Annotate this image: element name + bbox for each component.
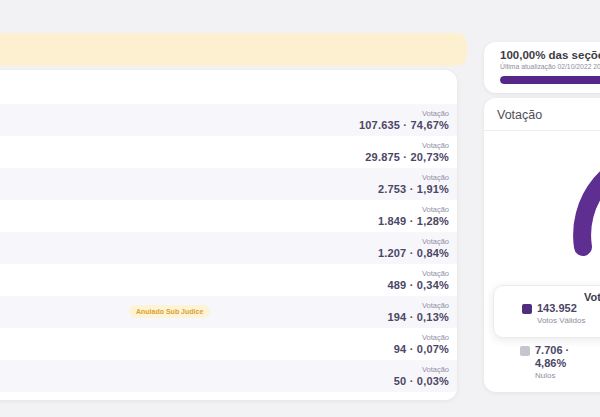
gauge-tooltip: Votos Válidos 143.952 Votos Válidos (493, 285, 600, 338)
election-results-page: { "banner": { "color": "#fdf0d0" }, "res… (0, 0, 600, 417)
votacao-label: Votação (378, 237, 449, 246)
highlight-banner (0, 33, 467, 66)
candidate-row[interactable]: Anulado Sub Judice Votação 194 · 0,13% (0, 296, 457, 328)
sub-judice-badge: Anulado Sub Judice (129, 305, 210, 318)
votacao-value: 50 · 0,03% (394, 374, 449, 388)
totalization-progress-track (500, 76, 600, 84)
null-votes-label: Nulos (535, 370, 569, 381)
votacao-value: 94 · 0,07% (394, 342, 449, 356)
votacao-label: Votação (394, 365, 449, 374)
candidate-row[interactable]: Votação 2.753 · 1,91% (0, 168, 457, 200)
votacao-value: 194 · 0,13% (387, 310, 449, 324)
totalization-title: 100,00% das seções totalizadas (500, 49, 600, 61)
votacao-value: 1.207 · 0,84% (378, 246, 449, 260)
null-votes-value: 7.706 · (535, 344, 569, 357)
votacao-value: 29.875 · 20,73% (365, 150, 449, 164)
candidate-row[interactable]: Votação 1.849 · 1,28% (0, 200, 457, 232)
candidate-row[interactable]: Votação 1.207 · 0,84% (0, 232, 457, 264)
votacao-label: Votação (378, 173, 449, 182)
candidates-list: Votação 107.635 · 74,67% Votação 29.875 … (0, 104, 457, 392)
votacao-value: 2.753 · 1,91% (378, 182, 449, 196)
votacao-panel-title: Votação (484, 98, 600, 131)
last-update-text: Última atualização 02/10/2022 20:15 (500, 63, 600, 70)
votacao-value: 1.849 · 1,28% (378, 214, 449, 228)
votacao-label: Votação (387, 301, 449, 310)
votacao-label: Votação (359, 109, 449, 118)
valid-votes-label: Votos Válidos (537, 315, 585, 326)
votacao-label: Votação (378, 205, 449, 214)
candidate-row[interactable]: Votação 94 · 0,07% (0, 328, 457, 360)
null-votes-swatch (520, 346, 530, 356)
candidate-row[interactable]: Votação 489 · 0,34% (0, 264, 457, 296)
totalization-summary-card: 100,00% das seções totalizadas Última at… (484, 42, 600, 93)
candidate-row[interactable]: Votação 107.635 · 74,67% (0, 104, 457, 136)
votacao-panel: Votação Votos Válidos 143.952 Votos Váli… (484, 98, 600, 392)
null-votes-percent: 4,86% (535, 357, 569, 370)
votacao-label: Votação (365, 141, 449, 150)
gauge-valid-votes-arc (582, 155, 600, 247)
votacao-value: 489 · 0,34% (387, 278, 449, 292)
valid-votes-swatch (522, 304, 532, 314)
totalization-progress-bar (500, 76, 600, 84)
votacao-label: Votação (387, 269, 449, 278)
votacao-value: 107.635 · 74,67% (359, 118, 449, 132)
candidates-results-card: Votação 107.635 · 74,67% Votação 29.875 … (0, 70, 457, 400)
votacao-label: Votação (394, 333, 449, 342)
candidate-row[interactable]: Votação 50 · 0,03% (0, 360, 457, 392)
valid-votes-value: 143.952 (537, 302, 585, 315)
candidate-row[interactable]: Votação 29.875 · 20,73% (0, 136, 457, 168)
gauge-tooltip-title: Votos Válidos (584, 291, 600, 303)
